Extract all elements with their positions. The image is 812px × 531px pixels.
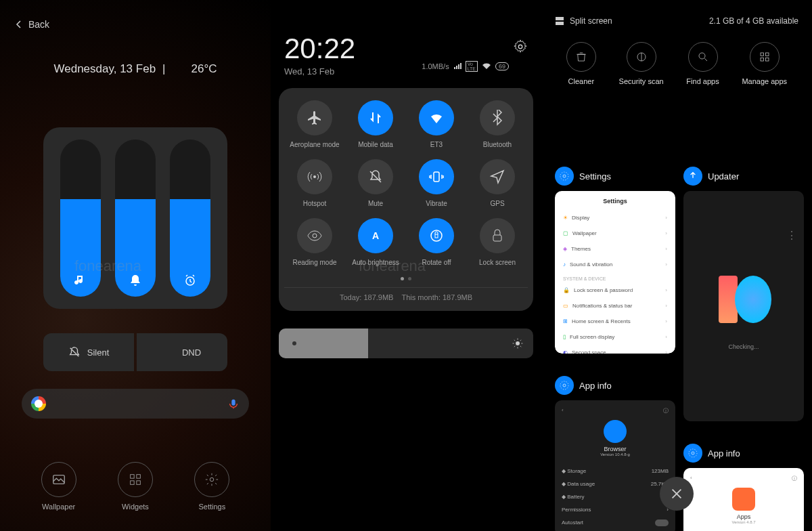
clock-date: Wed, 13 Feb bbox=[284, 66, 355, 77]
recent-card-appinfo-2[interactable]: App info ‹ⓘ AppsVersion 4.8.7 ◆ Storage1… bbox=[683, 444, 804, 531]
gear-icon bbox=[683, 444, 702, 463]
find-apps-action[interactable]: Find apps bbox=[686, 42, 719, 85]
volume-panel bbox=[43, 127, 227, 309]
brightness-slider[interactable] bbox=[279, 328, 533, 358]
qs-hotspot[interactable]: Hotspot bbox=[286, 159, 344, 207]
media-volume-slider[interactable] bbox=[60, 140, 101, 297]
signal-icon bbox=[453, 63, 461, 70]
memory-status: 2.1 GB of 4 GB available bbox=[709, 16, 798, 26]
dnd-label: DND bbox=[182, 347, 201, 358]
dnd-button[interactable]: DND bbox=[137, 333, 227, 371]
qs-reading[interactable]: Reading mode bbox=[286, 218, 344, 266]
google-search-bar[interactable] bbox=[22, 389, 249, 419]
recent-card-settings[interactable]: Settings Settings ☀Display› ▢Wallpaper› … bbox=[555, 167, 675, 354]
qs-auto-brightness[interactable]: AAuto brightness bbox=[346, 218, 405, 266]
svg-rect-25 bbox=[765, 58, 769, 62]
settings-gear-icon[interactable] bbox=[513, 39, 528, 54]
gear-icon bbox=[204, 472, 219, 487]
grid-icon bbox=[128, 472, 143, 487]
svg-point-29 bbox=[560, 381, 568, 389]
wifi-icon bbox=[428, 110, 445, 126]
lte-badge: VoLTE bbox=[466, 61, 478, 72]
gear-icon bbox=[555, 167, 574, 186]
auto-brightness-icon: A bbox=[367, 228, 384, 244]
bell-slash-icon bbox=[68, 346, 81, 358]
miui-logo bbox=[713, 269, 774, 330]
alarm-icon bbox=[182, 272, 198, 289]
scan-icon bbox=[635, 51, 648, 63]
settings-label: Settings bbox=[198, 503, 225, 511]
svg-point-26 bbox=[563, 175, 566, 177]
bell-slash-icon bbox=[367, 169, 384, 185]
updater-preview: ⋮ Checking... bbox=[683, 191, 804, 421]
svg-point-28 bbox=[563, 384, 566, 387]
qs-lock[interactable]: Lock screen bbox=[468, 218, 526, 266]
airplane-icon bbox=[307, 110, 323, 126]
security-scan-action[interactable]: Security scan bbox=[619, 42, 664, 85]
svg-rect-14 bbox=[435, 234, 438, 238]
svg-point-17 bbox=[516, 341, 520, 345]
widgets-action[interactable]: Widgets bbox=[118, 462, 153, 511]
alarm-volume-slider[interactable] bbox=[170, 140, 210, 297]
date-text: Wednesday, 13 Feb bbox=[54, 62, 156, 76]
qs-gps[interactable]: GPS bbox=[468, 159, 526, 207]
qs-vibrate[interactable]: Vibrate bbox=[407, 159, 466, 207]
upload-icon bbox=[683, 167, 702, 186]
moon-icon bbox=[163, 346, 175, 358]
qs-mute[interactable]: Mute bbox=[346, 159, 405, 207]
back-button[interactable]: Back bbox=[15, 19, 49, 30]
location-arrow-icon bbox=[489, 169, 505, 185]
recent-card-appinfo-1[interactable]: App info ‹ⓘ BrowserVersion 10.4.8-g ◆ St… bbox=[555, 376, 675, 531]
vibrate-icon bbox=[428, 169, 445, 185]
svg-point-11 bbox=[313, 234, 317, 238]
page-indicator bbox=[284, 277, 528, 280]
svg-rect-6 bbox=[137, 481, 141, 485]
data-usage-row[interactable]: Today: 187.9MB This month: 187.9MB bbox=[284, 287, 528, 304]
moon-icon bbox=[173, 63, 185, 75]
wifi-icon bbox=[482, 63, 491, 70]
browser-app-icon bbox=[604, 420, 627, 443]
recent-card-updater[interactable]: Updater ⋮ Checking... bbox=[683, 167, 804, 421]
qs-mobile-data[interactable]: Mobile data bbox=[346, 100, 405, 148]
recents-panel: Split screen 2.1 GB of 4 GB available Cl… bbox=[541, 0, 812, 531]
qs-bluetooth[interactable]: Bluetooth bbox=[468, 100, 526, 148]
manage-apps-action[interactable]: Manage apps bbox=[742, 42, 787, 85]
brightness-low-icon bbox=[288, 337, 300, 349]
eye-icon bbox=[307, 228, 323, 244]
qs-rotate[interactable]: Rotate off bbox=[407, 218, 466, 266]
split-screen-button[interactable]: Split screen bbox=[555, 16, 612, 26]
date-weather: Wednesday, 13 Feb | 26°C bbox=[54, 62, 217, 76]
svg-rect-4 bbox=[137, 475, 141, 479]
sound-mode-buttons: Silent DND bbox=[43, 333, 227, 371]
wallpaper-action[interactable]: Wallpaper bbox=[41, 462, 76, 511]
home-bottom-actions: Wallpaper Widgets Settings bbox=[0, 462, 271, 511]
qs-aeroplane[interactable]: Aeroplane mode bbox=[286, 100, 344, 148]
brightness-high-icon bbox=[512, 337, 524, 349]
svg-rect-23 bbox=[765, 53, 769, 56]
google-logo-icon bbox=[31, 396, 46, 411]
bell-icon bbox=[127, 272, 143, 289]
qs-wifi[interactable]: ET3 bbox=[407, 100, 466, 148]
widgets-label: Widgets bbox=[122, 503, 149, 511]
settings-action[interactable]: Settings bbox=[194, 462, 229, 511]
svg-point-16 bbox=[292, 341, 296, 345]
svg-rect-22 bbox=[761, 53, 764, 56]
hotspot-icon bbox=[307, 169, 323, 185]
svg-rect-24 bbox=[761, 58, 764, 62]
bluetooth-icon bbox=[489, 110, 505, 126]
clock-time: 20:22 bbox=[284, 33, 355, 65]
status-bar: 1.0MB/s VoLTE 69 bbox=[422, 61, 509, 72]
recents-actions: Cleaner Security scan Find apps Manage a… bbox=[555, 42, 798, 85]
svg-text:A: A bbox=[372, 230, 379, 241]
appinfo-preview-1: ‹ⓘ BrowserVersion 10.4.8-g ◆ Storage123M… bbox=[555, 400, 675, 531]
ring-volume-slider[interactable] bbox=[115, 140, 156, 297]
silent-button[interactable]: Silent bbox=[43, 333, 134, 371]
svg-point-31 bbox=[689, 449, 697, 457]
silent-label: Silent bbox=[87, 347, 110, 358]
network-speed: 1.0MB/s bbox=[422, 62, 449, 70]
svg-rect-15 bbox=[493, 235, 501, 241]
settings-preview: Settings ☀Display› ▢Wallpaper› ◈Themes› … bbox=[555, 191, 675, 354]
close-all-button[interactable] bbox=[660, 477, 694, 511]
cleaner-action[interactable]: Cleaner bbox=[566, 42, 596, 85]
svg-rect-3 bbox=[131, 475, 135, 479]
